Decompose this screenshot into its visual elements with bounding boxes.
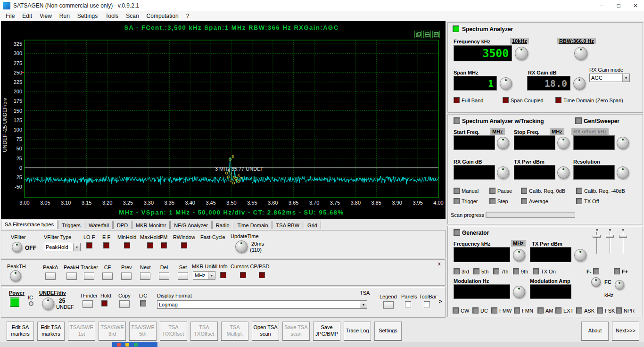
toolbar-button-next[interactable]: Next>>> (612, 322, 639, 340)
vfilter-type-select[interactable]: PeakHold ▼ (44, 243, 81, 251)
gen-mode-checkbox-fmw[interactable] (491, 307, 497, 314)
tab-triggers[interactable]: Triggers (58, 221, 84, 229)
marker-button-peaka[interactable] (45, 273, 56, 280)
toolbar-button-edit-sa-markers[interactable]: Edit SA markers (7, 322, 34, 340)
gen-sweeper-enable-checkbox[interactable] (575, 117, 582, 124)
cursors-psd-checkbox[interactable] (259, 272, 265, 278)
close-button[interactable]: ✕ (627, 0, 644, 11)
tab-time-domain[interactable]: Time Domain (234, 221, 272, 229)
tracking-option-checkbox-manual[interactable] (454, 188, 460, 194)
trace-toggle-checkbox-minhold[interactable] (124, 242, 130, 248)
stop-freq-knob[interactable] (557, 137, 570, 149)
gen-mode-checkbox-dc[interactable] (472, 307, 479, 314)
marker-button-del[interactable] (159, 273, 169, 280)
vfilter-knob[interactable] (12, 242, 22, 252)
spectrum-analyzer-enable-checkbox[interactable] (453, 25, 459, 32)
gen-harmonic-checkbox-5th[interactable] (473, 268, 479, 274)
toolbar-button-open-tsa-scan[interactable]: Open TSA scan (252, 322, 279, 340)
marker-button-set[interactable] (178, 273, 188, 280)
gen-slider-3[interactable] (619, 229, 628, 256)
start-freq-unit-button[interactable]: MHz (490, 128, 505, 135)
generator-enable-checkbox[interactable] (454, 229, 460, 236)
stop-freq-unit-button[interactable]: MHz (550, 128, 564, 135)
toolbar-button-save-tsa-scan[interactable]: Save TSA scan (282, 322, 310, 340)
print-icon[interactable] (423, 31, 431, 38)
gen-harmonic-checkbox-7th[interactable] (493, 268, 499, 274)
tracking-option-checkbox-step[interactable] (489, 198, 495, 204)
taskbar-app-icon[interactable] (134, 343, 138, 347)
menu-item-run[interactable]: Run (56, 12, 74, 20)
rx-gain-knob[interactable] (573, 77, 586, 90)
sa-option-checkbox-span-coupled[interactable] (503, 97, 509, 103)
rx-gain-mode-select[interactable]: AGC ▼ (589, 74, 630, 82)
gen-mode-checkbox-npr[interactable] (616, 307, 622, 314)
scale-knob[interactable] (42, 297, 54, 310)
menu-item-edit[interactable]: Edit (18, 12, 36, 20)
marker-button-next[interactable] (140, 273, 150, 280)
gen-slider-2[interactable] (605, 229, 615, 256)
taskbar-app-icon[interactable] (125, 343, 129, 347)
panels-checkbox[interactable] (405, 301, 411, 307)
tracking-option-checkbox-average[interactable] (521, 198, 527, 204)
tracking-option-checkbox-tx-off[interactable] (576, 198, 582, 204)
marker-button-tracker[interactable] (84, 273, 94, 280)
menu-item-view[interactable]: View (36, 12, 56, 20)
trace-toggle-checkbox-lo-f[interactable] (86, 242, 92, 248)
marker-button-prev[interactable] (121, 273, 132, 280)
gen-frequency-knob[interactable] (513, 249, 525, 261)
tracking-rx-gain-field[interactable] (454, 165, 495, 180)
toolbar-button-tsa-rxoffset[interactable]: TSA RXOffset (160, 322, 187, 340)
gen-tx-pwr-field[interactable] (530, 247, 571, 262)
gen-slider-1[interactable] (592, 229, 602, 256)
hold-checkbox[interactable] (101, 300, 107, 306)
toolbar-button-save-jpg-bmp[interactable]: Save JPG/BMP (313, 322, 340, 340)
gen-mhz-button[interactable]: MHz (511, 240, 526, 247)
cursors-cp-checkbox[interactable] (240, 272, 246, 278)
modulation-amp-field[interactable] (530, 284, 571, 299)
modulation-hz-field[interactable] (454, 284, 510, 299)
resolution-field[interactable] (573, 165, 615, 180)
update-time-knob[interactable] (235, 240, 248, 253)
tab-radio[interactable]: Radio (212, 221, 233, 229)
tracking-option-checkbox-calib-req-0db[interactable] (521, 188, 527, 194)
tracking-rx-gain-knob[interactable] (497, 166, 509, 179)
gen-mode-checkbox-ext[interactable] (555, 307, 561, 314)
mkr-unit-select[interactable]: MHz ▼ (193, 271, 215, 280)
modulation-hz-knob[interactable] (513, 286, 525, 298)
toolbar-button-tsa-swe-1st[interactable]: TSA/SWE 1st (68, 322, 95, 340)
sa-option-checkbox-full-band[interactable] (454, 97, 460, 103)
tab-sa-filters-trace-types[interactable]: SA Filters/trace types (1, 220, 58, 229)
toolbar-button-settings[interactable]: Settings (374, 322, 402, 340)
gen-mode-checkbox-cw[interactable] (453, 307, 459, 314)
toolbar-button-about[interactable]: About (581, 322, 609, 340)
toolbar-button-edit-tsa-markers[interactable]: Edit TSA markers (37, 322, 65, 340)
start-freq-field[interactable] (454, 135, 495, 150)
trace-toggle-checkbox-e-f[interactable] (103, 242, 109, 248)
span-knob[interactable] (500, 77, 512, 90)
toolbar-button-trace-log[interactable]: Trace Log (344, 322, 371, 340)
tracking-option-checkbox-pause[interactable] (489, 188, 495, 194)
tfinder-button[interactable] (83, 300, 93, 307)
copy-trace-icon[interactable] (414, 31, 422, 38)
f-plus-checkbox[interactable] (614, 268, 620, 274)
toolbar-button-tsa-multipl[interactable]: TSA Multipl. (221, 322, 248, 340)
start-freq-knob[interactable] (497, 137, 509, 149)
display-format-select[interactable]: Logmag ▼ (157, 300, 367, 309)
all-info-checkbox[interactable] (220, 272, 226, 278)
fc-fine-knob[interactable] (615, 280, 624, 289)
gen-harmonic-checkbox-9th[interactable] (513, 268, 519, 274)
gen-mode-checkbox-ask[interactable] (576, 307, 582, 314)
gen-mode-checkbox-fmn[interactable] (514, 307, 520, 314)
tab-waterfall[interactable]: Waterfall (85, 221, 113, 229)
fc-coarse-knob[interactable] (591, 277, 601, 287)
tracking-enable-checkbox[interactable] (454, 117, 460, 124)
menu-item-file[interactable]: File (2, 12, 18, 20)
toolbar-button-tsa-txoffset[interactable]: TSA TXOffset (190, 322, 218, 340)
gen-harmonic-checkbox-tx-on[interactable] (533, 268, 539, 274)
rx-offset-field[interactable] (573, 135, 615, 150)
tracking-option-checkbox-trigger[interactable] (454, 198, 460, 204)
marker-button-cf[interactable] (102, 273, 113, 280)
minimize-button[interactable]: – (593, 0, 610, 11)
sa-option-checkbox-time-domain-zero-span[interactable] (555, 97, 561, 103)
save-icon[interactable] (432, 31, 440, 38)
